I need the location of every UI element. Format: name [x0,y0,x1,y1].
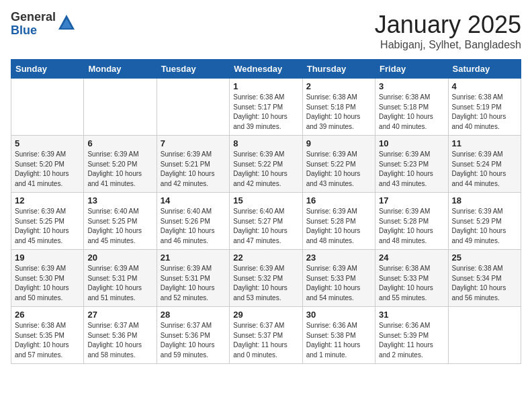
day-info: Sunrise: 6:36 AM Sunset: 5:39 PM Dayligh… [379,321,444,360]
calendar-day-cell: 29Sunrise: 6:37 AM Sunset: 5:37 PM Dayli… [230,307,302,364]
day-info: Sunrise: 6:36 AM Sunset: 5:38 PM Dayligh… [306,321,371,360]
empty-cell [11,79,84,136]
day-info: Sunrise: 6:39 AM Sunset: 5:20 PM Dayligh… [87,150,152,189]
header-friday: Friday [375,60,448,79]
day-number: 29 [233,310,298,320]
header-monday: Monday [84,60,157,79]
day-info: Sunrise: 6:39 AM Sunset: 5:33 PM Dayligh… [306,264,371,303]
day-number: 17 [379,195,444,205]
day-number: 3 [379,81,444,91]
day-info: Sunrise: 6:40 AM Sunset: 5:26 PM Dayligh… [161,207,226,246]
day-number: 31 [379,310,444,320]
calendar-day-cell: 4Sunrise: 6:38 AM Sunset: 5:19 PM Daylig… [448,79,521,136]
calendar-day-cell: 13Sunrise: 6:40 AM Sunset: 5:25 PM Dayli… [84,193,157,250]
day-info: Sunrise: 6:39 AM Sunset: 5:32 PM Dayligh… [233,264,298,303]
day-info: Sunrise: 6:38 AM Sunset: 5:33 PM Dayligh… [379,264,444,303]
day-info: Sunrise: 6:39 AM Sunset: 5:30 PM Dayligh… [15,264,80,303]
day-info: Sunrise: 6:39 AM Sunset: 5:28 PM Dayligh… [306,207,371,246]
logo-icon [57,13,76,32]
day-number: 12 [15,195,80,205]
day-number: 1 [233,81,298,91]
day-info: Sunrise: 6:39 AM Sunset: 5:29 PM Dayligh… [452,207,517,246]
day-info: Sunrise: 6:39 AM Sunset: 5:22 PM Dayligh… [306,150,371,189]
calendar-subtitle: Habiganj, Sylhet, Bangladesh [375,39,521,51]
calendar-day-cell: 25Sunrise: 6:38 AM Sunset: 5:34 PM Dayli… [448,250,521,307]
page-header: General Blue January 2025 Habiganj, Sylh… [11,11,521,51]
day-number: 9 [306,138,371,148]
day-info: Sunrise: 6:38 AM Sunset: 5:18 PM Dayligh… [306,93,371,132]
day-number: 21 [161,253,226,263]
calendar-day-cell: 31Sunrise: 6:36 AM Sunset: 5:39 PM Dayli… [375,307,448,364]
calendar-day-cell: 10Sunrise: 6:39 AM Sunset: 5:23 PM Dayli… [375,136,448,193]
calendar-day-cell: 27Sunrise: 6:37 AM Sunset: 5:36 PM Dayli… [84,307,157,364]
header-wednesday: Wednesday [230,60,302,79]
logo: General Blue [11,11,76,38]
day-info: Sunrise: 6:39 AM Sunset: 5:21 PM Dayligh… [161,150,226,189]
calendar-day-cell: 30Sunrise: 6:36 AM Sunset: 5:38 PM Dayli… [302,307,375,364]
calendar-day-cell: 11Sunrise: 6:39 AM Sunset: 5:24 PM Dayli… [448,136,521,193]
day-info: Sunrise: 6:39 AM Sunset: 5:24 PM Dayligh… [452,150,517,189]
day-info: Sunrise: 6:39 AM Sunset: 5:22 PM Dayligh… [233,150,298,189]
calendar-day-cell: 24Sunrise: 6:38 AM Sunset: 5:33 PM Dayli… [375,250,448,307]
calendar-header-row: SundayMondayTuesdayWednesdayThursdayFrid… [11,60,521,79]
day-number: 28 [161,310,226,320]
day-number: 18 [452,195,517,205]
calendar-day-cell: 8Sunrise: 6:39 AM Sunset: 5:22 PM Daylig… [230,136,302,193]
calendar-day-cell: 20Sunrise: 6:39 AM Sunset: 5:31 PM Dayli… [84,250,157,307]
day-info: Sunrise: 6:40 AM Sunset: 5:27 PM Dayligh… [233,207,298,246]
day-number: 4 [452,81,517,91]
day-info: Sunrise: 6:38 AM Sunset: 5:34 PM Dayligh… [452,264,517,303]
day-info: Sunrise: 6:38 AM Sunset: 5:19 PM Dayligh… [452,93,517,132]
day-number: 10 [379,138,444,148]
empty-cell [448,307,521,364]
calendar-day-cell: 15Sunrise: 6:40 AM Sunset: 5:27 PM Dayli… [230,193,302,250]
logo-blue: Blue [11,24,56,38]
day-number: 5 [15,138,80,148]
day-number: 6 [87,138,152,148]
calendar-week-row: 5Sunrise: 6:39 AM Sunset: 5:20 PM Daylig… [11,136,521,193]
day-info: Sunrise: 6:40 AM Sunset: 5:25 PM Dayligh… [87,207,152,246]
day-info: Sunrise: 6:37 AM Sunset: 5:36 PM Dayligh… [161,321,226,360]
calendar-day-cell: 6Sunrise: 6:39 AM Sunset: 5:20 PM Daylig… [84,136,157,193]
header-tuesday: Tuesday [157,60,229,79]
calendar-day-cell: 19Sunrise: 6:39 AM Sunset: 5:30 PM Dayli… [11,250,84,307]
day-info: Sunrise: 6:39 AM Sunset: 5:23 PM Dayligh… [379,150,444,189]
calendar-day-cell: 12Sunrise: 6:39 AM Sunset: 5:25 PM Dayli… [11,193,84,250]
day-number: 20 [87,253,152,263]
calendar-day-cell: 26Sunrise: 6:38 AM Sunset: 5:35 PM Dayli… [11,307,84,364]
day-info: Sunrise: 6:39 AM Sunset: 5:31 PM Dayligh… [161,264,226,303]
title-block: January 2025 Habiganj, Sylhet, Banglades… [375,11,521,51]
header-sunday: Sunday [11,60,84,79]
day-info: Sunrise: 6:38 AM Sunset: 5:35 PM Dayligh… [15,321,80,360]
day-number: 2 [306,81,371,91]
logo-general: General [11,11,56,24]
day-number: 24 [379,253,444,263]
day-number: 25 [452,253,517,263]
day-info: Sunrise: 6:37 AM Sunset: 5:37 PM Dayligh… [233,321,298,360]
calendar-day-cell: 3Sunrise: 6:38 AM Sunset: 5:18 PM Daylig… [375,79,448,136]
calendar-week-row: 12Sunrise: 6:39 AM Sunset: 5:25 PM Dayli… [11,193,521,250]
calendar-day-cell: 22Sunrise: 6:39 AM Sunset: 5:32 PM Dayli… [230,250,302,307]
day-info: Sunrise: 6:39 AM Sunset: 5:28 PM Dayligh… [379,207,444,246]
calendar-day-cell: 23Sunrise: 6:39 AM Sunset: 5:33 PM Dayli… [302,250,375,307]
day-number: 23 [306,253,371,263]
empty-cell [157,79,229,136]
header-thursday: Thursday [302,60,375,79]
calendar-week-row: 1Sunrise: 6:38 AM Sunset: 5:17 PM Daylig… [11,79,521,136]
day-info: Sunrise: 6:39 AM Sunset: 5:25 PM Dayligh… [15,207,80,246]
day-number: 26 [15,310,80,320]
calendar-day-cell: 1Sunrise: 6:38 AM Sunset: 5:17 PM Daylig… [230,79,302,136]
day-info: Sunrise: 6:37 AM Sunset: 5:36 PM Dayligh… [87,321,152,360]
day-info: Sunrise: 6:38 AM Sunset: 5:17 PM Dayligh… [233,93,298,132]
empty-cell [84,79,157,136]
day-number: 7 [161,138,226,148]
day-number: 15 [233,195,298,205]
header-saturday: Saturday [448,60,521,79]
day-info: Sunrise: 6:38 AM Sunset: 5:18 PM Dayligh… [379,93,444,132]
day-info: Sunrise: 6:39 AM Sunset: 5:31 PM Dayligh… [87,264,152,303]
day-number: 30 [306,310,371,320]
day-number: 22 [233,253,298,263]
calendar-day-cell: 18Sunrise: 6:39 AM Sunset: 5:29 PM Dayli… [448,193,521,250]
day-info: Sunrise: 6:39 AM Sunset: 5:20 PM Dayligh… [15,150,80,189]
day-number: 19 [15,253,80,263]
